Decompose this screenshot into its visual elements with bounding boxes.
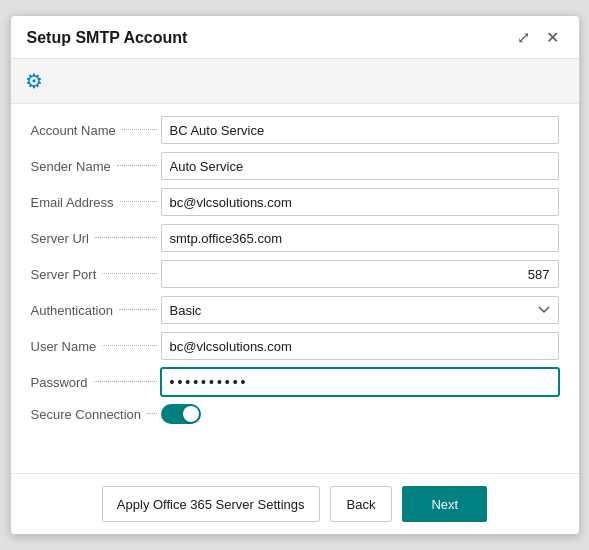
dialog-footer: Apply Office 365 Server Settings Back Ne… — [11, 473, 579, 534]
setup-smtp-dialog: Setup SMTP Account ⤢ ✕ ⚙ Account Name Se… — [10, 15, 580, 535]
secure-connection-toggle[interactable] — [161, 404, 201, 424]
account-name-label: Account Name — [31, 123, 161, 138]
user-name-label: User Name — [31, 339, 161, 354]
authentication-label: Authentication — [31, 303, 161, 318]
server-port-row: Server Port — [31, 260, 559, 288]
close-button[interactable]: ✕ — [542, 28, 563, 48]
server-url-label: Server Url — [31, 231, 161, 246]
user-name-input[interactable] — [161, 332, 559, 360]
email-address-input[interactable] — [161, 188, 559, 216]
email-address-label: Email Address — [31, 195, 161, 210]
account-name-input[interactable] — [161, 116, 559, 144]
server-url-row: Server Url — [31, 224, 559, 252]
toggle-thumb — [183, 406, 199, 422]
password-input[interactable] — [161, 368, 559, 396]
secure-connection-row: Secure Connection — [31, 404, 559, 424]
sender-name-row: Sender Name — [31, 152, 559, 180]
server-port-label: Server Port — [31, 267, 161, 282]
server-url-input[interactable] — [161, 224, 559, 252]
toggle-switch[interactable] — [161, 404, 201, 424]
toolbar: ⚙ — [11, 59, 579, 104]
header-icons: ⤢ ✕ — [513, 28, 563, 48]
authentication-row: Authentication Basic NTLM None — [31, 296, 559, 324]
sender-name-label: Sender Name — [31, 159, 161, 174]
user-name-row: User Name — [31, 332, 559, 360]
back-button[interactable]: Back — [330, 486, 393, 522]
expand-button[interactable]: ⤢ — [513, 28, 534, 48]
sender-name-input[interactable] — [161, 152, 559, 180]
dialog-title: Setup SMTP Account — [27, 29, 188, 47]
account-name-row: Account Name — [31, 116, 559, 144]
apply-office365-button[interactable]: Apply Office 365 Server Settings — [102, 486, 320, 522]
server-port-input[interactable] — [161, 260, 559, 288]
gear-icon: ⚙ — [25, 70, 43, 92]
form-area: Account Name Sender Name Email Address — [11, 104, 579, 473]
password-label: Password — [31, 375, 161, 390]
password-row: Password — [31, 368, 559, 396]
secure-connection-label: Secure Connection — [31, 407, 161, 422]
authentication-select[interactable]: Basic NTLM None — [161, 296, 559, 324]
next-button[interactable]: Next — [402, 486, 487, 522]
email-address-row: Email Address — [31, 188, 559, 216]
dialog-header: Setup SMTP Account ⤢ ✕ — [11, 16, 579, 59]
